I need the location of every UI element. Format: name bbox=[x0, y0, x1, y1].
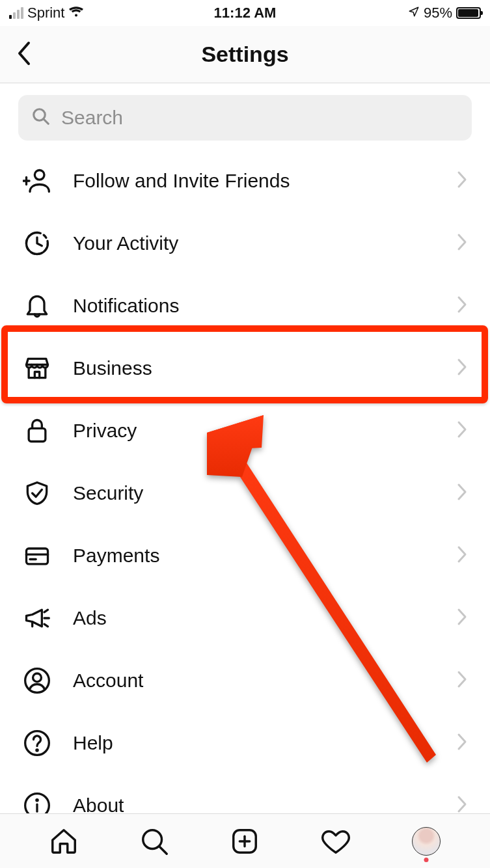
menu-label: Help bbox=[73, 732, 435, 754]
person-add-icon bbox=[22, 166, 52, 196]
svg-line-24 bbox=[159, 846, 167, 854]
menu-label: Business bbox=[73, 357, 435, 379]
storefront-icon bbox=[22, 353, 52, 383]
menu-label: Security bbox=[73, 482, 435, 504]
chevron-right-icon bbox=[456, 233, 468, 254]
lock-icon bbox=[22, 416, 52, 446]
menu-item-business[interactable]: Business bbox=[0, 337, 490, 400]
search-box[interactable] bbox=[18, 95, 472, 141]
menu-item-security[interactable]: Security bbox=[0, 462, 490, 524]
user-circle-icon bbox=[22, 666, 52, 696]
tab-profile[interactable] bbox=[409, 824, 444, 859]
plus-square-icon bbox=[230, 826, 260, 856]
search-input[interactable] bbox=[61, 107, 459, 129]
tab-activity[interactable] bbox=[318, 824, 353, 859]
menu-label: Payments bbox=[73, 545, 435, 567]
heart-icon bbox=[321, 826, 351, 856]
tab-bar bbox=[0, 813, 490, 868]
search-icon bbox=[31, 107, 51, 129]
menu-item-notifications[interactable]: Notifications bbox=[0, 275, 490, 337]
chevron-right-icon bbox=[456, 483, 468, 504]
carrier-label: Sprint bbox=[27, 5, 64, 21]
chevron-right-icon bbox=[456, 608, 468, 629]
menu-item-ads[interactable]: Ads bbox=[0, 587, 490, 649]
menu-item-activity[interactable]: Your Activity bbox=[0, 212, 490, 275]
search-icon bbox=[139, 826, 169, 856]
shield-check-icon bbox=[22, 478, 52, 508]
menu-label: Ads bbox=[73, 607, 435, 629]
bell-icon bbox=[22, 291, 52, 321]
home-icon bbox=[49, 826, 79, 856]
svg-point-2 bbox=[34, 170, 44, 180]
svg-line-12 bbox=[44, 624, 48, 627]
chevron-right-icon bbox=[456, 733, 468, 753]
menu-item-help[interactable]: Help bbox=[0, 712, 490, 774]
svg-rect-6 bbox=[29, 428, 46, 441]
nav-header: Settings bbox=[0, 26, 490, 83]
tab-home[interactable] bbox=[46, 824, 81, 859]
chevron-right-icon bbox=[456, 545, 468, 566]
search-container bbox=[0, 83, 490, 150]
svg-line-1 bbox=[44, 119, 49, 124]
status-right: 95% bbox=[408, 5, 481, 21]
svg-point-16 bbox=[36, 750, 38, 751]
menu-label: Privacy bbox=[73, 420, 435, 442]
chevron-left-icon bbox=[16, 40, 33, 66]
signal-icon bbox=[9, 7, 23, 19]
menu-item-account[interactable]: Account bbox=[0, 649, 490, 712]
menu-label: Your Activity bbox=[73, 232, 435, 254]
svg-point-19 bbox=[36, 800, 38, 801]
battery-icon bbox=[456, 7, 481, 19]
tab-search[interactable] bbox=[137, 824, 172, 859]
status-bar: Sprint 11:12 AM 95% bbox=[0, 0, 490, 26]
svg-line-10 bbox=[44, 610, 48, 612]
chevron-right-icon bbox=[456, 170, 468, 191]
svg-rect-7 bbox=[27, 549, 48, 564]
chevron-right-icon bbox=[456, 295, 468, 316]
battery-pct-label: 95% bbox=[424, 5, 452, 21]
menu-label: Account bbox=[73, 670, 435, 692]
wifi-icon bbox=[68, 5, 84, 21]
location-icon bbox=[408, 6, 420, 21]
menu-item-follow-invite[interactable]: Follow and Invite Friends bbox=[0, 150, 490, 212]
menu-item-privacy[interactable]: Privacy bbox=[0, 400, 490, 462]
settings-menu: Follow and Invite Friends Your Activity … bbox=[0, 150, 490, 837]
avatar-icon bbox=[412, 827, 441, 856]
menu-item-payments[interactable]: Payments bbox=[0, 524, 490, 587]
chevron-right-icon bbox=[456, 670, 468, 691]
tab-create[interactable] bbox=[227, 824, 262, 859]
chevron-right-icon bbox=[456, 358, 468, 379]
menu-label: Notifications bbox=[73, 295, 435, 317]
clock-label: 11:12 AM bbox=[214, 5, 277, 21]
megaphone-icon bbox=[22, 603, 52, 633]
menu-label: Follow and Invite Friends bbox=[73, 170, 435, 192]
help-circle-icon bbox=[22, 728, 52, 758]
svg-point-14 bbox=[33, 673, 42, 682]
status-left: Sprint bbox=[9, 5, 84, 21]
chevron-right-icon bbox=[456, 420, 468, 441]
back-button[interactable] bbox=[16, 40, 33, 69]
card-icon bbox=[22, 541, 52, 571]
clock-icon bbox=[22, 228, 52, 258]
page-title: Settings bbox=[201, 42, 288, 67]
